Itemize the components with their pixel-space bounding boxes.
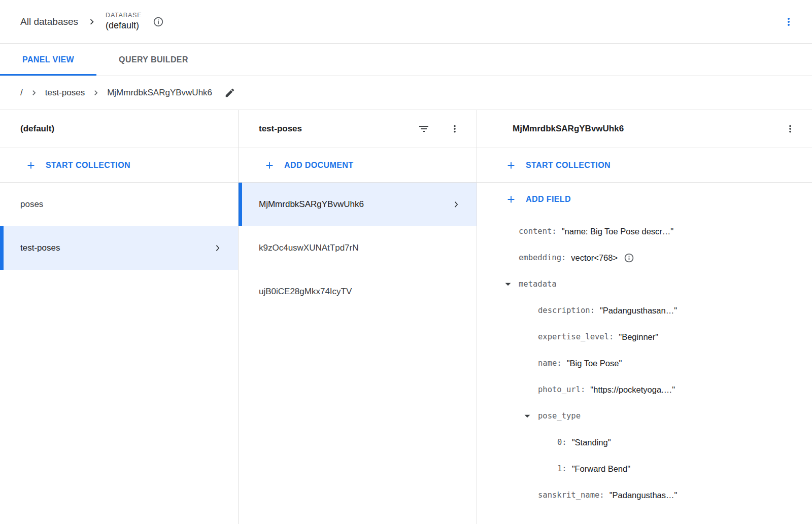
plus-icon (505, 194, 517, 205)
tab-panel-view[interactable]: PANEL VIEW (0, 44, 96, 76)
field-row[interactable]: pose_type (477, 403, 812, 429)
edit-path-pencil-icon[interactable] (221, 84, 239, 101)
field-row[interactable]: description "Padangusthasan…" (477, 297, 812, 324)
add-document-label: ADD DOCUMENT (284, 161, 353, 170)
field-row[interactable]: 0 "Standing" (477, 429, 812, 456)
view-tabs: PANEL VIEW QUERY BUILDER (0, 44, 812, 76)
path-document[interactable]: MjMmrdbkSARgYBvwUhk6 (107, 88, 212, 98)
collection-name: poses (20, 199, 43, 209)
vector-info-icon[interactable] (624, 253, 634, 263)
list-item[interactable]: poses (0, 183, 238, 226)
field-row[interactable]: name "Big Toe Pose" (477, 350, 812, 376)
database-name: (default) (106, 20, 142, 31)
field-key: metadata (519, 280, 557, 289)
plus-icon (505, 160, 517, 171)
field-key: expertise_level (538, 332, 614, 341)
chevron-right-icon (91, 88, 101, 98)
document-path-breadcrumb: / test-poses MjMmrdbkSARgYBvwUhk6 (0, 76, 812, 110)
field-row[interactable]: expertise_level "Beginner" (477, 324, 812, 350)
field-row[interactable]: embedding vector<768> (477, 244, 812, 271)
filter-icon[interactable] (415, 120, 433, 138)
field-row[interactable]: photo_url "https://pocketyoga.…" (477, 376, 812, 403)
path-collection[interactable]: test-poses (45, 88, 85, 98)
field-key: photo_url (538, 385, 585, 394)
breadcrumb-all-databases[interactable]: All databases (20, 16, 78, 27)
plus-icon (25, 160, 37, 171)
field-key: pose_type (538, 411, 581, 421)
list-item[interactable]: MjMmrdbkSARgYBvwUhk6 (239, 183, 477, 226)
database-panel: (default) START COLLECTION poses test-po… (0, 110, 239, 524)
firestore-console: All databases DATABASE (default) PANEL V… (0, 0, 812, 524)
database-panel-header: (default) (0, 110, 238, 148)
field-row[interactable]: sanskrit_name "Padangusthas…" (477, 482, 812, 508)
database-panel-title: (default) (20, 124, 54, 134)
tab-query-builder[interactable]: QUERY BUILDER (96, 44, 211, 76)
field-key: embedding (519, 253, 566, 262)
collections-list: poses test-poses (0, 183, 238, 270)
start-collection-label: START COLLECTION (46, 161, 130, 170)
field-row[interactable]: 1 "Forward Bend" (477, 456, 812, 482)
document-overflow-menu-icon[interactable] (782, 120, 799, 137)
database-title-stack: DATABASE (default) (106, 12, 142, 31)
field-value: "Standing" (572, 438, 611, 447)
database-label: DATABASE (106, 12, 142, 20)
list-item[interactable]: k9zOc4uswXUNAtTpd7rN (239, 226, 477, 270)
add-field-button[interactable]: ADD FIELD (477, 183, 812, 216)
field-value: "Padangusthas…" (610, 491, 678, 500)
database-breadcrumb: All databases DATABASE (default) (20, 12, 167, 31)
add-document-button[interactable]: ADD DOCUMENT (239, 148, 477, 183)
panel-view-columns: (default) START COLLECTION poses test-po… (0, 110, 812, 524)
field-key: description (538, 306, 595, 315)
field-row[interactable]: content "name: Big Toe Pose descr…" (477, 218, 812, 244)
start-collection-button[interactable]: START COLLECTION (477, 148, 812, 183)
field-key: 0 (557, 438, 567, 447)
field-key: 1 (557, 464, 567, 473)
field-value: "Big Toe Pose" (567, 359, 622, 368)
document-id: MjMmrdbkSARgYBvwUhk6 (259, 199, 364, 209)
list-item[interactable]: test-poses (0, 226, 238, 270)
plus-icon (264, 160, 275, 171)
collapse-arrow-icon[interactable] (521, 409, 538, 423)
chevron-right-icon (86, 16, 97, 27)
field-value: vector<768> (571, 253, 618, 263)
path-root[interactable]: / (20, 88, 23, 98)
document-panel: MjMmrdbkSARgYBvwUhk6 START COLLECTION (477, 110, 812, 524)
field-value: "Padangusthasan…" (600, 306, 677, 316)
list-item[interactable]: ujB0iCE28gMkx74IcyTV (239, 270, 477, 313)
field-value: "name: Big Toe Pose descr…" (562, 227, 674, 236)
topbar: All databases DATABASE (default) (0, 0, 812, 44)
document-id: k9zOc4uswXUNAtTpd7rN (259, 243, 359, 253)
document-id: ujB0iCE28gMkx74IcyTV (259, 287, 352, 297)
collection-overflow-menu-icon[interactable] (446, 120, 463, 137)
collection-name: test-poses (20, 243, 60, 253)
field-key: name (538, 359, 562, 368)
collection-panel-header: test-poses (239, 110, 477, 148)
chevron-right-icon (450, 198, 462, 211)
chevron-right-icon (212, 242, 224, 254)
database-info-icon[interactable] (150, 13, 167, 30)
field-value: "Beginner" (619, 332, 658, 342)
document-panel-title: MjMmrdbkSARgYBvwUhk6 (513, 124, 624, 134)
documents-list: MjMmrdbkSARgYBvwUhk6 k9zOc4uswXUNAtTpd7r… (239, 183, 477, 313)
chevron-right-icon (29, 88, 39, 98)
field-value: "Forward Bend" (572, 464, 630, 474)
start-collection-button[interactable]: START COLLECTION (0, 148, 238, 183)
field-key: content (519, 227, 557, 236)
field-value: "https://pocketyoga.…" (590, 385, 675, 395)
page-overflow-menu-icon[interactable] (780, 13, 798, 31)
add-field-label: ADD FIELD (526, 195, 571, 204)
document-fields: content "name: Big Toe Pose descr…" embe… (477, 216, 812, 508)
collection-panel: test-poses ADD DOCUMENT (239, 110, 477, 524)
collection-panel-title: test-poses (259, 124, 302, 134)
field-key: sanskrit_name (538, 491, 604, 500)
field-row[interactable]: metadata (477, 271, 812, 297)
document-panel-header: MjMmrdbkSARgYBvwUhk6 (477, 110, 812, 148)
start-collection-label: START COLLECTION (526, 161, 611, 170)
collapse-arrow-icon[interactable] (501, 277, 519, 291)
